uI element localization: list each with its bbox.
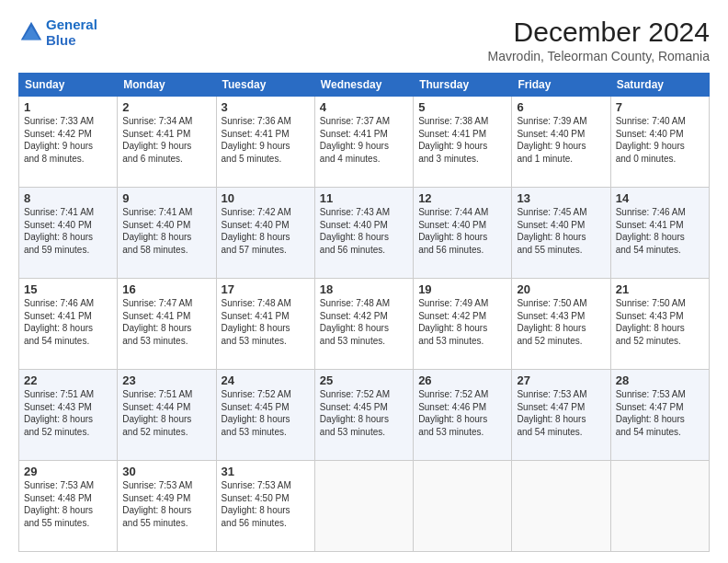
calendar-cell: 14Sunrise: 7:46 AMSunset: 4:41 PMDayligh… <box>610 188 709 279</box>
header: General Blue December 2024 Mavrodin, Tel… <box>18 17 710 63</box>
day-number: 6 <box>517 100 605 114</box>
day-info: Sunrise: 7:45 AMSunset: 4:40 PMDaylight:… <box>517 206 605 256</box>
day-info: Sunrise: 7:53 AMSunset: 4:49 PMDaylight:… <box>122 479 210 529</box>
day-info: Sunrise: 7:52 AMSunset: 4:45 PMDaylight:… <box>320 388 408 438</box>
calendar-cell: 27Sunrise: 7:53 AMSunset: 4:47 PMDayligh… <box>512 370 610 461</box>
day-info: Sunrise: 7:51 AMSunset: 4:44 PMDaylight:… <box>122 388 210 438</box>
day-number: 29 <box>24 465 112 478</box>
calendar-cell: 3Sunrise: 7:36 AMSunset: 4:41 PMDaylight… <box>216 97 314 188</box>
day-info: Sunrise: 7:34 AMSunset: 4:41 PMDaylight:… <box>122 115 210 165</box>
calendar-cell: 13Sunrise: 7:45 AMSunset: 4:40 PMDayligh… <box>512 188 610 279</box>
logo-blue: Blue <box>46 32 76 48</box>
day-info: Sunrise: 7:49 AMSunset: 4:42 PMDaylight:… <box>418 297 506 347</box>
day-number: 24 <box>222 373 310 387</box>
day-number: 30 <box>122 465 210 478</box>
day-info: Sunrise: 7:42 AMSunset: 4:40 PMDaylight:… <box>222 206 310 256</box>
day-number: 2 <box>122 100 210 114</box>
calendar-table: SundayMondayTuesdayWednesdayThursdayFrid… <box>18 73 710 552</box>
logo-icon <box>18 19 44 45</box>
page: General Blue December 2024 Mavrodin, Tel… <box>0 0 728 563</box>
calendar-cell: 12Sunrise: 7:44 AMSunset: 4:40 PMDayligh… <box>414 188 512 279</box>
day-number: 5 <box>418 100 506 114</box>
day-info: Sunrise: 7:50 AMSunset: 4:43 PMDaylight:… <box>517 297 605 347</box>
logo-text: General Blue <box>46 17 97 49</box>
weekday-tuesday: Tuesday <box>216 74 314 97</box>
day-info: Sunrise: 7:43 AMSunset: 4:40 PMDaylight:… <box>320 206 408 256</box>
calendar-cell: 25Sunrise: 7:52 AMSunset: 4:45 PMDayligh… <box>314 370 413 461</box>
day-number: 25 <box>320 373 408 387</box>
weekday-header-row: SundayMondayTuesdayWednesdayThursdayFrid… <box>19 74 710 97</box>
day-info: Sunrise: 7:46 AMSunset: 4:41 PMDaylight:… <box>616 206 704 256</box>
logo-general: General <box>46 17 97 32</box>
day-number: 20 <box>517 282 605 296</box>
day-number: 7 <box>616 100 704 114</box>
day-info: Sunrise: 7:52 AMSunset: 4:46 PMDaylight:… <box>418 388 506 438</box>
weekday-friday: Friday <box>512 74 610 97</box>
day-number: 16 <box>122 282 210 296</box>
day-number: 31 <box>222 465 310 478</box>
day-info: Sunrise: 7:50 AMSunset: 4:43 PMDaylight:… <box>616 297 704 347</box>
day-number: 22 <box>24 373 112 387</box>
weekday-sunday: Sunday <box>19 74 118 97</box>
day-number: 27 <box>517 373 605 387</box>
day-info: Sunrise: 7:38 AMSunset: 4:41 PMDaylight:… <box>418 115 506 165</box>
calendar-cell: 8Sunrise: 7:41 AMSunset: 4:40 PMDaylight… <box>19 188 118 279</box>
calendar-cell: 31Sunrise: 7:53 AMSunset: 4:50 PMDayligh… <box>216 461 314 552</box>
day-info: Sunrise: 7:40 AMSunset: 4:40 PMDaylight:… <box>616 115 704 165</box>
logo: General Blue <box>18 17 97 49</box>
calendar-cell <box>610 461 709 552</box>
day-number: 13 <box>517 191 605 205</box>
calendar-cell: 26Sunrise: 7:52 AMSunset: 4:46 PMDayligh… <box>414 370 512 461</box>
day-number: 4 <box>320 100 408 114</box>
calendar-cell <box>414 461 512 552</box>
day-number: 18 <box>320 282 408 296</box>
calendar-cell: 29Sunrise: 7:53 AMSunset: 4:48 PMDayligh… <box>19 461 118 552</box>
day-number: 28 <box>616 373 704 387</box>
title-block: December 2024 Mavrodin, Teleorman County… <box>488 17 711 63</box>
calendar-cell: 22Sunrise: 7:51 AMSunset: 4:43 PMDayligh… <box>19 370 118 461</box>
day-info: Sunrise: 7:53 AMSunset: 4:50 PMDaylight:… <box>222 479 310 529</box>
calendar-cell: 21Sunrise: 7:50 AMSunset: 4:43 PMDayligh… <box>610 279 709 370</box>
calendar-cell: 5Sunrise: 7:38 AMSunset: 4:41 PMDaylight… <box>414 97 512 188</box>
day-number: 15 <box>24 282 112 296</box>
weekday-thursday: Thursday <box>414 74 512 97</box>
calendar-cell: 7Sunrise: 7:40 AMSunset: 4:40 PMDaylight… <box>610 97 709 188</box>
day-info: Sunrise: 7:36 AMSunset: 4:41 PMDaylight:… <box>222 115 310 165</box>
calendar-cell: 30Sunrise: 7:53 AMSunset: 4:49 PMDayligh… <box>118 461 216 552</box>
weekday-wednesday: Wednesday <box>314 74 413 97</box>
day-info: Sunrise: 7:48 AMSunset: 4:41 PMDaylight:… <box>222 297 310 347</box>
calendar-cell: 1Sunrise: 7:33 AMSunset: 4:42 PMDaylight… <box>19 97 118 188</box>
calendar-cell: 11Sunrise: 7:43 AMSunset: 4:40 PMDayligh… <box>314 188 413 279</box>
day-number: 14 <box>616 191 704 205</box>
day-info: Sunrise: 7:44 AMSunset: 4:40 PMDaylight:… <box>418 206 506 256</box>
day-number: 21 <box>616 282 704 296</box>
calendar-cell: 20Sunrise: 7:50 AMSunset: 4:43 PMDayligh… <box>512 279 610 370</box>
day-number: 12 <box>418 191 506 205</box>
calendar-cell: 15Sunrise: 7:46 AMSunset: 4:41 PMDayligh… <box>19 279 118 370</box>
day-info: Sunrise: 7:37 AMSunset: 4:41 PMDaylight:… <box>320 115 408 165</box>
calendar-cell: 23Sunrise: 7:51 AMSunset: 4:44 PMDayligh… <box>118 370 216 461</box>
day-number: 9 <box>122 191 210 205</box>
calendar-cell: 18Sunrise: 7:48 AMSunset: 4:42 PMDayligh… <box>314 279 413 370</box>
weekday-saturday: Saturday <box>610 74 709 97</box>
main-title: December 2024 <box>488 17 711 47</box>
week-row-2: 8Sunrise: 7:41 AMSunset: 4:40 PMDaylight… <box>19 188 710 279</box>
day-number: 17 <box>222 282 310 296</box>
day-info: Sunrise: 7:53 AMSunset: 4:47 PMDaylight:… <box>616 388 704 438</box>
day-number: 1 <box>24 100 112 114</box>
week-row-1: 1Sunrise: 7:33 AMSunset: 4:42 PMDaylight… <box>19 97 710 188</box>
day-info: Sunrise: 7:53 AMSunset: 4:47 PMDaylight:… <box>517 388 605 438</box>
weekday-monday: Monday <box>118 74 216 97</box>
day-info: Sunrise: 7:33 AMSunset: 4:42 PMDaylight:… <box>24 115 112 165</box>
day-info: Sunrise: 7:47 AMSunset: 4:41 PMDaylight:… <box>122 297 210 347</box>
day-info: Sunrise: 7:41 AMSunset: 4:40 PMDaylight:… <box>24 206 112 256</box>
day-number: 11 <box>320 191 408 205</box>
day-info: Sunrise: 7:46 AMSunset: 4:41 PMDaylight:… <box>24 297 112 347</box>
day-number: 3 <box>222 100 310 114</box>
day-info: Sunrise: 7:41 AMSunset: 4:40 PMDaylight:… <box>122 206 210 256</box>
calendar-cell: 6Sunrise: 7:39 AMSunset: 4:40 PMDaylight… <box>512 97 610 188</box>
day-number: 26 <box>418 373 506 387</box>
calendar-cell: 10Sunrise: 7:42 AMSunset: 4:40 PMDayligh… <box>216 188 314 279</box>
week-row-3: 15Sunrise: 7:46 AMSunset: 4:41 PMDayligh… <box>19 279 710 370</box>
calendar-cell: 2Sunrise: 7:34 AMSunset: 4:41 PMDaylight… <box>118 97 216 188</box>
